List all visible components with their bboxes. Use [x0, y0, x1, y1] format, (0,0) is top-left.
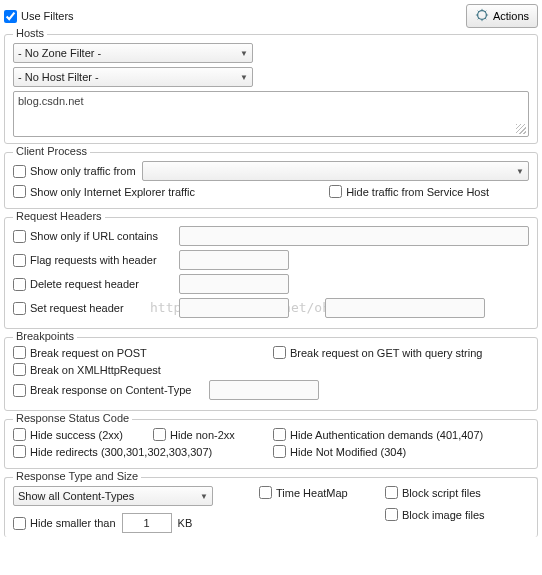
hide-smaller-input[interactable]: [13, 517, 26, 530]
client-process-group: Client Process Show only traffic from ▼ …: [4, 152, 538, 209]
status-code-legend: Response Status Code: [13, 412, 132, 424]
show-only-url-input[interactable]: [13, 230, 26, 243]
break-post-label: Break request on POST: [30, 347, 147, 359]
hide-redirects-checkbox[interactable]: Hide redirects (300,301,302,303,307): [13, 445, 253, 458]
set-header-label: Set request header: [30, 302, 124, 314]
hide-smaller-value-input[interactable]: 1: [122, 513, 172, 533]
flag-header-label: Flag requests with header: [30, 254, 157, 266]
type-size-legend: Response Type and Size: [13, 470, 141, 482]
hide-service-host-checkbox[interactable]: Hide traffic from Service Host: [329, 185, 489, 198]
break-get-qs-input[interactable]: [273, 346, 286, 359]
set-header-value-field[interactable]: [325, 298, 485, 318]
hide-service-host-input[interactable]: [329, 185, 342, 198]
time-heatmap-input[interactable]: [259, 486, 272, 499]
actions-button[interactable]: Actions: [466, 4, 538, 28]
use-filters-checkbox[interactable]: Use Filters: [4, 10, 74, 23]
break-post-checkbox[interactable]: Break request on POST: [13, 346, 253, 359]
breakpoints-legend: Breakpoints: [13, 330, 77, 342]
delete-header-input[interactable]: [13, 278, 26, 291]
set-header-checkbox[interactable]: Set request header: [13, 302, 173, 315]
block-script-checkbox[interactable]: Block script files: [385, 486, 529, 499]
show-only-url-label: Show only if URL contains: [30, 230, 158, 242]
hosts-textarea[interactable]: blog.csdn.net: [13, 91, 529, 137]
show-only-traffic-from-label: Show only traffic from: [30, 165, 136, 177]
flag-header-field[interactable]: [179, 250, 289, 270]
break-resp-ct-field[interactable]: [209, 380, 319, 400]
break-xhr-input[interactable]: [13, 363, 26, 376]
block-script-label: Block script files: [402, 487, 481, 499]
delete-header-label: Delete request header: [30, 278, 139, 290]
show-only-url-checkbox[interactable]: Show only if URL contains: [13, 230, 173, 243]
set-header-name-field[interactable]: [179, 298, 289, 318]
actions-icon: [475, 8, 489, 24]
hosts-textarea-value: blog.csdn.net: [18, 95, 83, 107]
client-process-legend: Client Process: [13, 145, 90, 157]
use-filters-label: Use Filters: [21, 10, 74, 22]
process-select[interactable]: ▼: [142, 161, 529, 181]
break-resp-ct-label: Break response on Content-Type: [30, 384, 191, 396]
block-image-input[interactable]: [385, 508, 398, 521]
chevron-down-icon: ▼: [240, 49, 248, 58]
use-filters-input[interactable]: [4, 10, 17, 23]
block-script-input[interactable]: [385, 486, 398, 499]
block-image-checkbox[interactable]: Block image files: [385, 508, 529, 521]
delete-header-checkbox[interactable]: Delete request header: [13, 278, 173, 291]
break-resp-ct-checkbox[interactable]: Break response on Content-Type: [13, 384, 203, 397]
break-resp-ct-input[interactable]: [13, 384, 26, 397]
set-header-input[interactable]: [13, 302, 26, 315]
kb-label: KB: [178, 517, 193, 529]
time-heatmap-checkbox[interactable]: Time HeatMap: [259, 486, 379, 499]
hosts-legend: Hosts: [13, 27, 47, 39]
break-post-input[interactable]: [13, 346, 26, 359]
hide-non2xx-input[interactable]: [153, 428, 166, 441]
hide-auth-label: Hide Authentication demands (401,407): [290, 429, 483, 441]
hide-auth-checkbox[interactable]: Hide Authentication demands (401,407): [273, 428, 483, 441]
chevron-down-icon: ▼: [240, 73, 248, 82]
actions-label: Actions: [493, 10, 529, 22]
hide-304-checkbox[interactable]: Hide Not Modified (304): [273, 445, 406, 458]
time-heatmap-label: Time HeatMap: [276, 487, 348, 499]
break-xhr-checkbox[interactable]: Break on XMLHttpRequest: [13, 363, 161, 376]
break-xhr-label: Break on XMLHttpRequest: [30, 364, 161, 376]
content-type-value: Show all Content-Types: [18, 490, 134, 502]
flag-header-checkbox[interactable]: Flag requests with header: [13, 254, 173, 267]
hide-redirects-input[interactable]: [13, 445, 26, 458]
flag-header-input[interactable]: [13, 254, 26, 267]
hide-service-host-label: Hide traffic from Service Host: [346, 186, 489, 198]
delete-header-field[interactable]: [179, 274, 289, 294]
host-filter-value: - No Host Filter -: [18, 71, 99, 83]
break-get-qs-checkbox[interactable]: Break request on GET with query string: [273, 346, 482, 359]
show-only-traffic-from-checkbox[interactable]: Show only traffic from: [13, 165, 136, 178]
show-only-ie-input[interactable]: [13, 185, 26, 198]
breakpoints-group: Breakpoints Break request on POST Break …: [4, 337, 538, 411]
hide-304-input[interactable]: [273, 445, 286, 458]
hide-2xx-label: Hide success (2xx): [30, 429, 123, 441]
status-code-group: Response Status Code Hide success (2xx) …: [4, 419, 538, 469]
hide-smaller-checkbox[interactable]: Hide smaller than: [13, 517, 116, 530]
hide-non2xx-label: Hide non-2xx: [170, 429, 235, 441]
show-only-traffic-from-input[interactable]: [13, 165, 26, 178]
break-get-qs-label: Break request on GET with query string: [290, 347, 482, 359]
hide-auth-input[interactable]: [273, 428, 286, 441]
request-headers-legend: Request Headers: [13, 210, 105, 222]
content-type-select[interactable]: Show all Content-Types ▼: [13, 486, 213, 506]
request-headers-group: Request Headers Show only if URL contain…: [4, 217, 538, 329]
hide-2xx-input[interactable]: [13, 428, 26, 441]
hide-smaller-label: Hide smaller than: [30, 517, 116, 529]
zone-filter-value: - No Zone Filter -: [18, 47, 101, 59]
chevron-down-icon: ▼: [200, 492, 208, 501]
block-image-label: Block image files: [402, 509, 485, 521]
show-only-ie-label: Show only Internet Explorer traffic: [30, 186, 195, 198]
resize-grip-icon: [516, 124, 526, 134]
chevron-down-icon: ▼: [516, 167, 524, 176]
hosts-group: Hosts - No Zone Filter - ▼ - No Host Fil…: [4, 34, 538, 144]
show-only-ie-checkbox[interactable]: Show only Internet Explorer traffic: [13, 185, 195, 198]
hide-non2xx-checkbox[interactable]: Hide non-2xx: [153, 428, 253, 441]
hide-2xx-checkbox[interactable]: Hide success (2xx): [13, 428, 133, 441]
hide-redirects-label: Hide redirects (300,301,302,303,307): [30, 446, 212, 458]
type-size-group: Response Type and Size Show all Content-…: [4, 477, 538, 537]
hide-304-label: Hide Not Modified (304): [290, 446, 406, 458]
zone-filter-select[interactable]: - No Zone Filter - ▼: [13, 43, 253, 63]
host-filter-select[interactable]: - No Host Filter - ▼: [13, 67, 253, 87]
url-contains-input[interactable]: [179, 226, 529, 246]
